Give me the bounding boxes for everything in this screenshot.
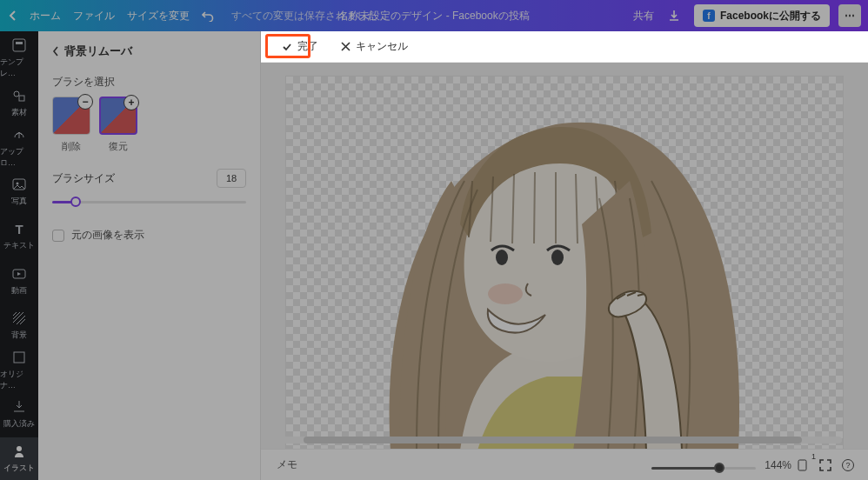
file-menu[interactable]: ファイル — [73, 9, 115, 23]
publish-button[interactable]: f Facebookに公開する — [694, 4, 830, 27]
rail-photo[interactable]: 写真 — [0, 170, 38, 213]
horizontal-scrollbar[interactable] — [275, 437, 842, 443]
svg-rect-3 — [19, 96, 24, 101]
svg-rect-1 — [16, 42, 23, 44]
topbar: ホーム ファイル サイズを変更 すべての変更は保存されました 名称未設定のデザイ… — [0, 0, 868, 31]
close-icon — [341, 42, 351, 51]
svg-rect-0 — [13, 39, 25, 51]
svg-rect-7 — [14, 352, 24, 363]
resize-menu[interactable]: サイズを変更 — [127, 9, 190, 23]
brush-size-value[interactable]: 18 — [217, 169, 246, 188]
panel-back[interactable]: 背景リムーバ — [52, 43, 246, 59]
brush-size-slider[interactable] — [52, 193, 246, 210]
rail-background[interactable]: 背景 — [0, 303, 38, 346]
check-icon — [282, 42, 292, 52]
rail-upload[interactable]: アップロ… — [0, 125, 38, 168]
svg-point-8 — [17, 446, 22, 451]
zoom-slider[interactable] — [651, 459, 756, 477]
brush-erase[interactable]: − 削除 — [52, 97, 90, 153]
left-rail: テンプレ… 素材 アップロ… 写真 Tテキスト 動画 背景 オリジナ… 購入済み… — [0, 31, 38, 480]
svg-point-9 — [488, 283, 523, 304]
brush-select-label: ブラシを選択 — [52, 75, 246, 90]
canvas-header: 完了 キャンセル — [261, 31, 868, 63]
svg-point-5 — [17, 183, 19, 185]
undo-icon[interactable] — [202, 10, 214, 22]
share-button[interactable]: 共有 — [633, 9, 654, 23]
rail-illust[interactable]: イラスト — [0, 437, 38, 480]
rail-text[interactable]: Tテキスト — [0, 215, 38, 257]
fullscreen-icon[interactable] — [814, 454, 837, 477]
notes-button[interactable]: メモ — [270, 454, 304, 476]
bg-remover-panel: 背景リムーバ ブラシを選択 − 削除 + 復元 ブラシサイズ 18 元の画像を表… — [38, 31, 261, 480]
brush-size-label: ブラシサイズ — [52, 171, 115, 186]
footer: メモ 144% 1 ? — [261, 449, 868, 480]
rail-original[interactable]: オリジナ… — [0, 348, 38, 390]
panel-title: 背景リムーバ — [64, 43, 132, 59]
done-button[interactable]: 完了 — [273, 36, 327, 58]
show-original-toggle[interactable]: 元の画像を表示 — [52, 228, 246, 243]
rail-purchased[interactable]: 購入済み — [0, 393, 38, 436]
rail-video[interactable]: 動画 — [0, 259, 38, 302]
facebook-icon: f — [703, 10, 715, 22]
svg-point-2 — [14, 91, 19, 97]
home-button[interactable]: ホーム — [30, 9, 61, 23]
back-icon[interactable] — [9, 10, 17, 21]
brush-restore[interactable]: + 復元 — [99, 97, 137, 153]
cancel-button[interactable]: キャンセル — [332, 36, 417, 58]
svg-point-11 — [551, 250, 564, 265]
canvas-stage[interactable] — [261, 63, 868, 449]
publish-label: Facebookに公開する — [720, 9, 821, 23]
more-menu[interactable]: ⋯ — [838, 4, 861, 27]
svg-text:?: ? — [845, 461, 850, 470]
chevron-left-icon — [52, 46, 59, 57]
illustration — [286, 77, 843, 449]
rail-elements[interactable]: 素材 — [0, 81, 38, 123]
artboard[interactable] — [286, 77, 843, 449]
zoom-value[interactable]: 144% — [765, 459, 791, 471]
page-manager[interactable]: 1 — [791, 454, 814, 477]
svg-point-10 — [496, 250, 508, 265]
help-icon[interactable]: ? — [837, 454, 859, 477]
checkbox-icon — [52, 230, 64, 242]
download-icon[interactable] — [663, 4, 685, 27]
doc-title[interactable]: 名称未設定のデザイン - Facebookの投稿 — [338, 9, 529, 23]
svg-rect-12 — [798, 460, 806, 470]
rail-template[interactable]: テンプレ… — [0, 37, 38, 79]
